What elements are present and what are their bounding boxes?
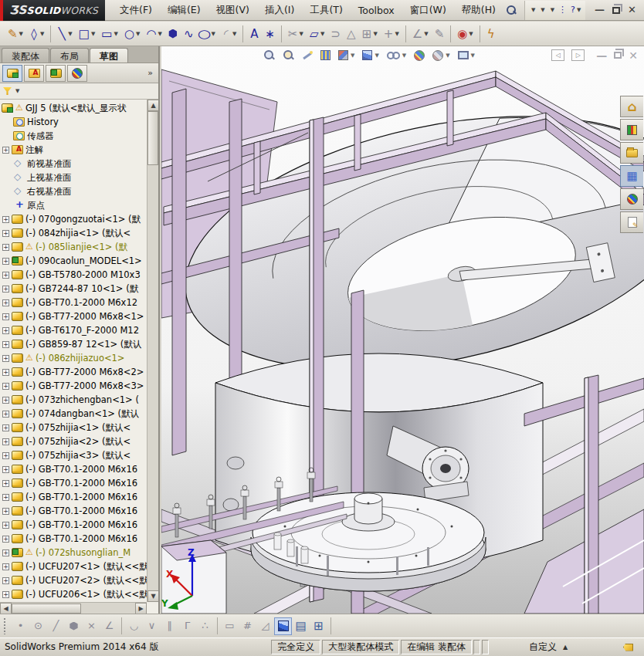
dropdown-arrow-icon[interactable]: ▼ [577,7,581,13]
expand-plus-icon[interactable]: + [2,341,9,348]
grid-snap-icon[interactable]: # [239,617,256,635]
tree-item[interactable]: + (-) GB-T70.1-2000 M6x12 [2,296,142,309]
quadrant-snap-icon[interactable] [65,617,83,635]
tree-item[interactable]: + ⚠ (-) 086zhijiazuo<1> [2,351,130,365]
viewport-3d-model[interactable]: X Y Z [161,46,644,614]
tree-item[interactable]: + ⚠ (-) 072shusonglian_M [2,546,135,560]
expand-plus-icon[interactable]: + [2,438,9,445]
point-snap-icon[interactable]: • [12,617,29,635]
dropdown-arrow-icon[interactable]: ▼ [424,31,428,37]
dropdown-arrow-icon[interactable]: ▼ [373,31,377,37]
tree-item[interactable]: History [2,115,63,129]
scroll-thumb[interactable] [147,111,158,165]
line-icon[interactable]: ╲ ▼ [54,24,75,44]
angle-snap-icon[interactable]: ◿ [256,617,274,635]
expand-plus-icon[interactable]: + [2,452,9,459]
expand-plus-icon[interactable]: + [2,258,9,265]
tree-item[interactable]: 上视基准面 [2,171,76,184]
expand-plus-icon[interactable]: + [2,397,9,404]
tree-item[interactable]: + (-) GB-T6170_F-2000 M12 [2,323,144,337]
edit-appearance-icon[interactable] [412,49,426,63]
expand-plus-icon[interactable]: + [2,536,9,543]
expand-plus-icon[interactable]: + [2,508,9,515]
move-entities-icon[interactable]: + ▼ [381,24,402,44]
tree-item[interactable]: + (-) GB-T77-2000 M6x8<3> [2,379,147,393]
ellipse-icon[interactable]: ○ ▼ [196,24,218,44]
tree-item[interactable]: + (-) GB-T70.1-2000 M6x16 [2,504,142,518]
tree-item[interactable]: + 注解 [2,143,48,157]
expand-plus-icon[interactable]: + [2,299,9,306]
tree-root-row[interactable]: ⚠ GJJ 5 (默认<默认_显示状 [2,101,131,115]
tree-item[interactable]: + (-) UCFU207<2> (默认<<默 [2,573,147,587]
menu-item[interactable]: Toolbox [351,2,402,19]
design-library-icon[interactable] [620,119,643,140]
view-orientation-icon[interactable]: ▼ [337,49,356,62]
expand-plus-icon[interactable]: + [2,147,9,154]
expand-plus-icon[interactable]: + [2,563,9,570]
dropdown-arrow-icon[interactable]: ▼ [531,7,535,13]
tangent-snap-icon[interactable]: ◡ [125,617,143,635]
expand-plus-icon[interactable]: + [2,383,9,390]
quick-snaps-icon[interactable]: ◉ ▼ [454,24,476,44]
doc-minimize-button[interactable]: — [596,51,607,60]
restore-button[interactable] [612,7,620,14]
filter-dropdown-arrow-icon[interactable]: ▼ [15,88,19,94]
tree-item[interactable]: 原点 [2,198,49,212]
panel-expand-chevron[interactable]: » [147,68,156,78]
dropdown-arrow-icon[interactable]: ▼ [158,31,161,37]
dropdown-arrow-icon[interactable]: ▼ [402,52,406,59]
filter-funnel-icon[interactable] [3,87,12,95]
instant2d-icon[interactable]: ϟ [483,24,499,44]
hide-show-items-icon[interactable]: ▼ [385,50,408,60]
dropdown-arrow-icon[interactable]: ▼ [114,31,118,37]
tree-item[interactable]: 右视基准面 [2,184,76,198]
dropdown-arrow-icon[interactable]: ▼ [469,31,473,37]
tree-item[interactable]: + (-) 075zhijia<2> (默认< [2,435,135,448]
center-snap-icon[interactable]: ⊙ [29,617,47,635]
expand-plus-icon[interactable]: + [2,411,9,418]
scroll-down-arrow[interactable]: ▼ [147,590,158,602]
dropdown-arrow-icon[interactable]: ▼ [136,31,140,37]
menu-item[interactable]: 帮助(H) [455,2,503,19]
dropdown-arrow-icon[interactable]: ▼ [91,31,95,37]
repair-sketch-icon[interactable]: ✎ [432,24,448,44]
dropdown-arrow-icon[interactable]: ▲ [563,644,568,651]
dropdown-arrow-icon[interactable]: ▼ [446,52,449,59]
menu-item[interactable]: 插入(I) [258,2,301,19]
scroll-left-arrow[interactable]: ◀ [0,603,12,614]
expand-plus-icon[interactable]: + [2,549,9,556]
polygon-icon[interactable] [165,24,181,44]
scroll-up-arrow[interactable]: ▲ [147,100,158,111]
expand-plus-icon[interactable]: + [2,355,9,362]
menu-item[interactable]: 文件(F) [113,2,159,19]
intersection-snap-icon[interactable]: × [83,617,100,635]
tree-vertical-scrollbar[interactable]: ▲ ▼ [147,100,158,602]
tree-item[interactable]: + (-) GB7244-87 10<1> (默 [2,282,143,296]
dropdown-arrow-icon[interactable]: ▼ [68,31,72,37]
two-view-button[interactable]: ▤ [292,617,310,635]
new-document-icon[interactable]: ▼ [528,5,537,15]
search-icon[interactable] [503,2,520,18]
tree-item[interactable]: + (-) UCFU207<1> (默认<<默 [2,560,147,573]
view-settings-icon[interactable]: ▼ [456,49,476,61]
arc-icon[interactable]: ◠ ▼ [143,24,164,44]
scroll-thumb[interactable] [12,604,81,614]
offset-entities-icon[interactable]: ⊃ [327,24,344,44]
spline-icon[interactable]: ∿ [181,24,197,44]
text-icon[interactable]: A [246,24,262,44]
hv-snap-icon[interactable]: Γ [178,617,196,635]
expand-plus-icon[interactable]: + [2,313,9,320]
fillet-icon[interactable]: ◜ ▼ [219,24,239,44]
configurationmanager-icon[interactable] [46,65,66,82]
expand-plus-icon[interactable]: + [2,244,9,251]
dropdown-arrow-icon[interactable]: ▼ [351,52,354,59]
panel-tab[interactable]: 装配体 [2,48,49,63]
parallel-snap-icon[interactable]: ∥ [161,617,178,635]
tree-item[interactable]: + (-) GB-T70.1-2000 M6x16 [2,462,142,476]
circle-icon[interactable]: ○ ▼ [121,24,143,44]
tree-item[interactable]: + (-) GB-T5780-2000 M10x3 [2,268,145,282]
dropdown-arrow-icon[interactable]: ▼ [375,52,378,59]
dropdown-arrow-icon[interactable]: ▼ [299,31,303,37]
expand-plus-icon[interactable]: + [2,230,9,237]
expand-plus-icon[interactable]: + [2,480,9,487]
